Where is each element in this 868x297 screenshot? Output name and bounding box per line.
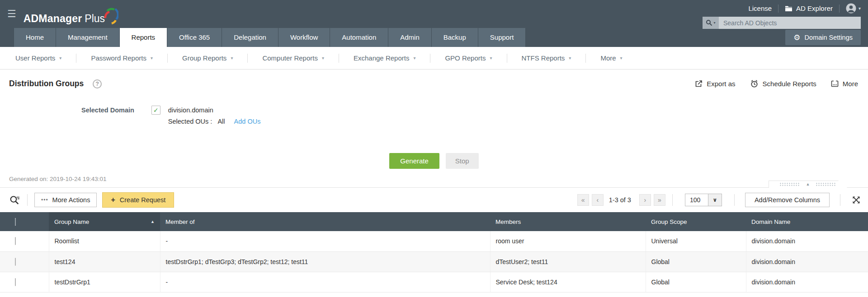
tab-support[interactable]: Support [478, 28, 526, 47]
subnav-ntfs-reports[interactable]: NTFS Reports ▾ [507, 54, 586, 62]
cell-domain-name: division.domain [746, 272, 868, 292]
subnav-label: More [600, 54, 616, 62]
gear-icon: ⚙ [793, 34, 800, 42]
generate-controls: Generate Stop [0, 153, 868, 169]
logo-swirl-icon [102, 6, 118, 25]
tab-automation[interactable]: Automation [330, 28, 388, 47]
help-icon[interactable]: ? [93, 79, 102, 88]
tab-reports[interactable]: Reports [120, 28, 168, 47]
page-size-select[interactable]: 100 ∨ [685, 194, 722, 206]
more-actions-label: More Actions [52, 196, 90, 204]
table-header-row: Group Name ▲ Member of Members Group Sco… [0, 212, 868, 231]
tab-backup[interactable]: Backup [432, 28, 478, 47]
distribution-groups-table: Group Name ▲ Member of Members Group Sco… [0, 212, 868, 292]
next-page-button[interactable]: › [639, 194, 651, 206]
subnav-exchange-reports[interactable]: Exchange Reports ▾ [339, 54, 430, 62]
tab-workflow[interactable]: Workflow [278, 28, 330, 47]
ad-explorer-label: AD Explorer [796, 5, 833, 12]
subnav-label: NTFS Reports [522, 54, 565, 62]
more-actions-button[interactable]: ••• More Actions [34, 193, 97, 207]
table-search-icon[interactable] [9, 195, 20, 206]
ad-explorer-link[interactable]: AD Explorer [785, 5, 833, 12]
add-remove-columns-button[interactable]: Add/Remove Columns [745, 193, 830, 207]
collapse-panel-handle[interactable]: ▲ [769, 181, 847, 188]
collapse-up-icon: ▲ [806, 182, 810, 186]
header-group-name[interactable]: Group Name ▲ [49, 212, 160, 231]
export-as-button[interactable]: Export as [695, 80, 735, 88]
page-header: Distribution Groups ? Export as Schedule… [0, 70, 868, 88]
header-domain-name[interactable]: Domain Name [746, 212, 868, 231]
subnav-computer-reports[interactable]: Computer Reports ▾ [248, 54, 339, 62]
last-page-button[interactable]: » [654, 194, 665, 206]
tab-management[interactable]: Management [56, 28, 120, 47]
export-icon [695, 80, 703, 88]
tab-admin[interactable]: Admin [388, 28, 432, 47]
more-menu-label: More [843, 80, 858, 88]
table-row[interactable]: testDstrGrp1 - Service Desk; test124 Glo… [0, 272, 868, 292]
create-request-button[interactable]: + Create Request [102, 192, 174, 208]
domain-settings-button[interactable]: ⚙ Domain Settings [785, 30, 861, 45]
cell-group-scope: Global [646, 272, 746, 292]
folder-icon [785, 5, 793, 12]
app-logo: ADManager Plus [24, 3, 121, 25]
domain-settings-label: Domain Settings [805, 34, 853, 41]
hamburger-menu-icon[interactable]: ☰ [7, 8, 16, 20]
search-scope-button[interactable]: ▾ [703, 17, 719, 29]
domain-checkbox[interactable]: ✓ [151, 106, 160, 115]
more-menu-button[interactable]: More [831, 80, 858, 88]
schedule-reports-label: Schedule Reports [763, 80, 816, 88]
more-list-icon [831, 80, 839, 87]
page-range-label: 1-3 of 3 [604, 196, 637, 204]
header-select-all [0, 212, 49, 231]
cell-select [0, 251, 49, 272]
header-members[interactable]: Members [490, 212, 646, 231]
selected-ous-row: Selected OUs : All Add OUs [168, 118, 261, 125]
tab-office-365[interactable]: Office 365 [167, 28, 222, 47]
chevron-down-icon: ▾ [569, 56, 571, 60]
report-grid: ▲ ••• More Actions + Create Request « ‹ … [0, 187, 868, 292]
search-input[interactable] [719, 17, 861, 29]
license-link[interactable]: License [748, 5, 772, 12]
subnav-group-reports[interactable]: Group Reports ▾ [168, 54, 247, 62]
add-ous-link[interactable]: Add OUs [234, 118, 261, 125]
subnav-more[interactable]: More ▾ [586, 54, 637, 62]
divider [734, 194, 735, 206]
subnav-user-reports[interactable]: User Reports ▾ [15, 54, 76, 62]
row-checkbox[interactable] [15, 237, 16, 245]
subnav-label: GPO Reports [445, 54, 486, 62]
generate-button[interactable]: Generate [389, 153, 439, 169]
chevron-down-icon: ▾ [859, 6, 861, 11]
cell-group-name: testDstrGrp1 [49, 272, 160, 292]
subnav-password-reports[interactable]: Password Reports ▾ [76, 54, 167, 62]
divider [839, 5, 840, 13]
fullscreen-toggle-button[interactable] [852, 195, 861, 204]
chevron-down-icon: ▾ [620, 56, 623, 60]
user-menu[interactable]: ▾ [846, 3, 861, 14]
subnav-label: Password Reports [91, 54, 146, 62]
select-all-checkbox[interactable] [15, 218, 16, 226]
tab-home[interactable]: Home [14, 28, 56, 47]
tab-delegation[interactable]: Delegation [222, 28, 278, 47]
cell-members: Service Desk; test124 [490, 272, 646, 292]
header-member-of[interactable]: Member of [160, 212, 490, 231]
schedule-reports-button[interactable]: Schedule Reports [750, 79, 816, 88]
cell-member-of: - [160, 272, 490, 292]
sort-asc-icon: ▲ [151, 219, 155, 224]
table-row[interactable]: Roomlist - room user Universal division.… [0, 231, 868, 251]
row-checkbox[interactable] [15, 258, 16, 266]
header-label: Group Name [54, 218, 89, 225]
previous-page-button[interactable]: ‹ [592, 194, 604, 206]
header-label: Members [495, 218, 521, 225]
divider [672, 194, 673, 206]
reports-subnav: User Reports ▾ Password Reports ▾ Group … [0, 47, 868, 70]
ad-object-search: ▾ [703, 17, 861, 29]
subnav-gpo-reports[interactable]: GPO Reports ▾ [430, 54, 506, 62]
cell-domain-name: division.domain [746, 231, 868, 251]
first-page-button[interactable]: « [577, 194, 589, 206]
divider [27, 194, 28, 206]
table-row[interactable]: test124 testDstrGrp1; dTestGrp3; dTestGr… [0, 251, 868, 272]
ellipsis-icon: ••• [41, 197, 48, 203]
header-group-scope[interactable]: Group Scope [646, 212, 746, 231]
row-checkbox[interactable] [15, 278, 16, 286]
stop-button[interactable]: Stop [446, 153, 479, 169]
